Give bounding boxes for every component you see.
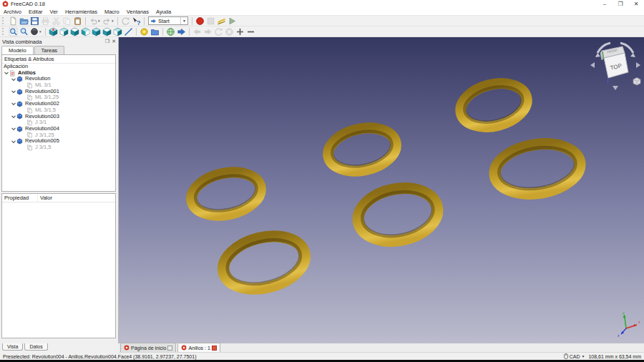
- menu-herramientas[interactable]: Herramientas: [62, 8, 101, 16]
- close-panel-icon[interactable]: ✕: [112, 39, 116, 44]
- open-file-icon[interactable]: [19, 16, 29, 26]
- tab-close-icon[interactable]: [212, 346, 217, 351]
- menu-ver[interactable]: Ver: [47, 8, 62, 16]
- undo-icon: [88, 16, 99, 26]
- menu-ayuda[interactable]: Ayuda: [152, 8, 175, 16]
- menu-archivo[interactable]: Archivo: [0, 8, 25, 16]
- whats-this-icon[interactable]: ?: [131, 16, 142, 26]
- tree-item-revolution[interactable]: Revolution: [2, 76, 115, 82]
- bottom-view-icon[interactable]: [102, 27, 112, 36]
- float-panel-icon[interactable]: ❐: [105, 39, 109, 44]
- gold-ring-2[interactable]: [324, 122, 400, 177]
- toolbar-separator: [162, 28, 163, 36]
- measure-distance-icon[interactable]: [123, 27, 134, 36]
- web-stop-icon: [224, 27, 235, 36]
- tree-item-revolution005[interactable]: Revolution005: [2, 138, 115, 145]
- document-tab-1[interactable]: Página de inicio: [120, 343, 176, 352]
- axonometric-view-icon[interactable]: [48, 27, 59, 36]
- minimize-button[interactable]: –: [597, 0, 613, 8]
- new-file-icon[interactable]: [8, 16, 19, 26]
- zoom-in-icon[interactable]: [235, 27, 245, 36]
- toolbar-view-web: ▾: [0, 26, 644, 37]
- print-icon: [40, 16, 51, 26]
- right-view-icon[interactable]: [80, 27, 91, 36]
- expander-icon[interactable]: [11, 77, 16, 82]
- property-tab-vista[interactable]: Vista: [2, 343, 23, 351]
- workbench-dropdown-arrow[interactable]: ▼: [180, 17, 187, 24]
- paste-icon[interactable]: [72, 16, 83, 26]
- menubar: ArchivoEditarVerHerramientasMacroVentana…: [0, 8, 644, 16]
- menu-ventanas[interactable]: Ventanas: [123, 8, 152, 16]
- save-icon[interactable]: [29, 16, 40, 26]
- start-page-icon[interactable]: [139, 27, 150, 36]
- toolbar-file-macro: ▾▾?Start▼: [0, 16, 644, 26]
- document-icon: [9, 70, 16, 77]
- rear-view-icon[interactable]: [91, 27, 102, 36]
- toolbar-separator: [45, 28, 46, 36]
- 3d-viewport[interactable]: TOP FRONT x y z: [119, 37, 644, 343]
- expander-icon[interactable]: [11, 126, 16, 132]
- close-button[interactable]: ✕: [628, 0, 644, 8]
- gold-ring-3[interactable]: [491, 138, 583, 200]
- dock-tab-tareas[interactable]: Tareas: [34, 46, 65, 54]
- workbench-selector[interactable]: Start▼: [148, 16, 188, 25]
- gold-ring-5[interactable]: [353, 182, 442, 248]
- open-website-icon[interactable]: [165, 27, 176, 36]
- gold-ring-4[interactable]: [187, 166, 265, 221]
- expander-icon[interactable]: [11, 139, 16, 145]
- freecad-doc-icon: [181, 345, 187, 351]
- document-tab-2[interactable]: Anillos : 1: [177, 343, 220, 352]
- gold-ring-6[interactable]: [218, 228, 310, 297]
- nav-style-selector[interactable]: CAD▼: [564, 353, 585, 359]
- property-editor: Propiedad Valor: [1, 193, 116, 338]
- expander-icon[interactable]: [11, 101, 16, 107]
- model-tree: Etiquetas & AtributosAplicaciónAnillosRe…: [1, 54, 116, 192]
- tree-item-document[interactable]: Anillos: [2, 70, 115, 77]
- status-message: Preselected: Revolution004 - Anillos.Rev…: [3, 354, 196, 359]
- toolbar-handle[interactable]: [2, 17, 6, 24]
- value-column: Valor: [38, 194, 52, 202]
- draw-style-icon[interactable]: [29, 27, 40, 36]
- toolbar-separator: [189, 28, 190, 36]
- tree-subitem-sketch-label: J 3/1,5: [34, 145, 52, 151]
- freecad-window: FreeCAD 0.18 – ❐ ✕ ArchivoEditarVerHerra…: [0, 0, 644, 362]
- forward-icon: [203, 27, 213, 36]
- toolbar-handle[interactable]: [2, 28, 6, 35]
- fit-selection-icon[interactable]: [19, 27, 29, 36]
- freecad-doc-icon: [124, 345, 130, 351]
- dock-tab-modelo[interactable]: Modelo: [1, 46, 34, 54]
- open-browser-icon[interactable]: [176, 27, 187, 36]
- top-view-icon[interactable]: [69, 27, 80, 36]
- navcube-menu-icon[interactable]: [633, 78, 640, 85]
- zoom-out-icon[interactable]: [245, 27, 256, 36]
- open-start-folder-icon[interactable]: [150, 27, 160, 36]
- tab-close-icon[interactable]: [167, 346, 172, 351]
- expander-icon[interactable]: [11, 89, 16, 94]
- tree-item-revolution001[interactable]: Revolution001: [2, 89, 115, 95]
- menu-editar[interactable]: Editar: [25, 8, 47, 16]
- record-macro-icon[interactable]: [195, 16, 205, 26]
- rotate-cw-icon: [630, 53, 635, 57]
- left-view-icon[interactable]: [112, 27, 123, 36]
- expander-icon[interactable]: [4, 70, 9, 76]
- front-view-icon[interactable]: [59, 27, 69, 36]
- mouse-icon: [564, 353, 568, 359]
- tree-item-revolution002[interactable]: Revolution002: [2, 101, 115, 107]
- document-tab-label: Página de inicio: [131, 346, 166, 351]
- tree-subitem-sketch[interactable]: J 3/1,5: [2, 145, 115, 151]
- tree-item-revolution004[interactable]: Revolution004: [2, 126, 115, 132]
- property-tab-datos[interactable]: Datos: [24, 343, 47, 351]
- execute-macro-icon[interactable]: [227, 16, 238, 26]
- edit-macro-icon[interactable]: [216, 16, 227, 26]
- svg-text:?: ?: [137, 19, 141, 26]
- navigation-cube[interactable]: TOP FRONT: [589, 39, 642, 92]
- fit-all-icon[interactable]: [8, 27, 19, 36]
- gold-ring-1[interactable]: [456, 77, 531, 133]
- expander-icon[interactable]: [11, 114, 16, 119]
- menu-macro[interactable]: Macro: [101, 8, 123, 16]
- maximize-button[interactable]: ❐: [613, 0, 628, 8]
- combined-view-panel: Vista combinada ❐ ✕ ModeloTareas Etiquet…: [0, 37, 119, 343]
- tree-item-revolution003[interactable]: Revolution003: [2, 114, 115, 120]
- dock-title: Vista combinada: [2, 39, 42, 45]
- revolution-icon: [16, 113, 24, 119]
